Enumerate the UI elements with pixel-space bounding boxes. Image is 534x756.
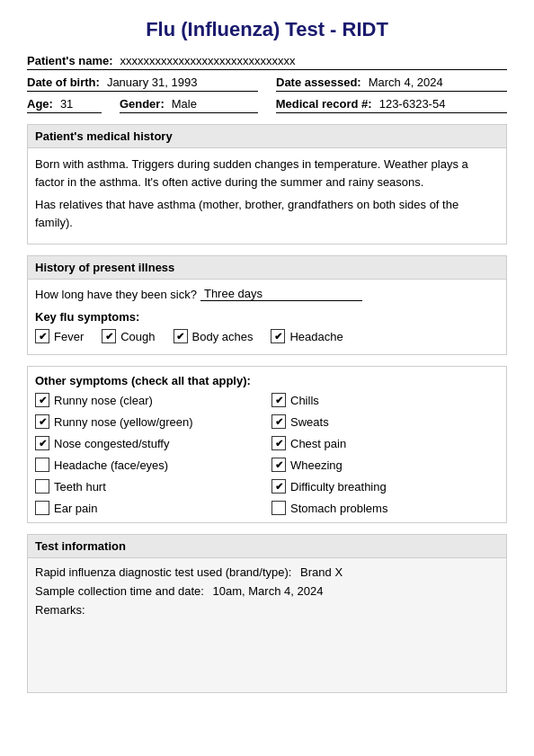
patient-name-label: Patient's name:	[27, 54, 113, 67]
medrec-group: Medical record #: 123-6323-54	[276, 97, 507, 113]
date-assessed-group: Date assessed: March 4, 2024	[276, 76, 507, 92]
other-symptom-item: Nose congested/stuffy	[35, 436, 263, 450]
checkbox-box	[102, 329, 116, 343]
key-symptom-item: Cough	[102, 329, 155, 343]
key-symptoms-row: FeverCoughBody achesHeadache	[35, 329, 499, 343]
checkbox-label: Difficulty breathing	[290, 480, 387, 494]
checkbox-box	[35, 436, 49, 450]
sample-line: Sample collection time and date: 10am, M…	[35, 584, 499, 598]
checkbox-box	[35, 458, 49, 472]
checkbox-label: Teeth hurt	[54, 480, 106, 494]
checkbox-box	[174, 329, 188, 343]
present-illness-section: History of present illness How long have…	[27, 255, 507, 355]
sick-answer: Three days	[200, 287, 362, 301]
other-symptom-item: Chills	[271, 393, 499, 407]
checkbox-box	[271, 414, 286, 429]
checkbox-label: Chills	[290, 394, 319, 407]
other-symptom-item: Stomach problems	[271, 501, 499, 515]
checkbox-box	[271, 458, 286, 472]
age-label: Age:	[27, 97, 53, 111]
remarks-line: Remarks:	[35, 603, 499, 617]
key-symptom-item: Fever	[35, 329, 84, 343]
checkbox-box	[35, 501, 49, 515]
gender-label: Gender:	[120, 97, 165, 111]
brand-value: Brand X	[300, 565, 343, 579]
checkbox-box	[271, 436, 286, 450]
other-symptoms-label: Other symptoms (check all that apply):	[35, 374, 499, 387]
sample-value: 10am, March 4, 2024	[213, 584, 324, 598]
test-info-header: Test information	[28, 535, 506, 558]
sample-label: Sample collection time and date:	[35, 584, 204, 598]
checkbox-box	[271, 393, 286, 407]
other-symptom-item: Headache (face/eyes)	[35, 458, 263, 472]
checkbox-label: Chest pain	[290, 437, 346, 450]
checkbox-box	[35, 329, 49, 343]
test-info-content: Rapid influenza diagnostic test used (br…	[28, 558, 506, 692]
gender-value: Male	[168, 97, 258, 111]
present-illness-content: How long have they been sick? Three days…	[28, 280, 506, 354]
sick-question: How long have they been sick?	[35, 288, 197, 301]
key-symptoms-label: Key flu symptoms:	[35, 310, 499, 324]
checkbox-label: Sweats	[290, 415, 329, 429]
checkbox-box	[35, 414, 49, 429]
other-symptom-item: Wheezing	[271, 458, 499, 472]
checkbox-box	[271, 329, 285, 343]
checkbox-label: Body aches	[192, 330, 254, 343]
dob-group: Date of birth: January 31, 1993	[27, 76, 258, 92]
key-symptom-item: Body aches	[174, 329, 254, 343]
gender-group: Gender: Male	[120, 97, 258, 113]
checkbox-label: Wheezing	[290, 458, 343, 472]
other-symptom-item: Runny nose (clear)	[35, 393, 263, 407]
medical-history-p2: Has relatives that have asthma (mother, …	[35, 196, 499, 231]
checkbox-label: Headache	[289, 330, 343, 343]
checkbox-box	[35, 479, 49, 494]
checkbox-label: Cough	[120, 330, 155, 343]
age-group: Age: 31	[27, 97, 102, 113]
dob-assessed-row: Date of birth: January 31, 1993 Date ass…	[27, 76, 507, 92]
medical-history-p1: Born with asthma. Triggers during sudden…	[35, 156, 499, 191]
patient-name-row: Patient's name: xxxxxxxxxxxxxxxxxxxxxxxx…	[27, 54, 507, 70]
medrec-value: 123-6323-54	[376, 97, 446, 111]
date-assessed-value: March 4, 2024	[365, 76, 443, 89]
other-symptom-item: Teeth hurt	[35, 479, 263, 494]
checkbox-label: Ear pain	[54, 502, 97, 515]
other-symptoms-grid: Runny nose (clear)ChillsRunny nose (yell…	[35, 393, 499, 515]
medical-history-section: Patient's medical history Born with asth…	[27, 124, 507, 245]
brand-line: Rapid influenza diagnostic test used (br…	[35, 565, 499, 579]
test-info-section: Test information Rapid influenza diagnos…	[27, 534, 507, 693]
checkbox-box	[35, 393, 49, 407]
key-symptom-item: Headache	[271, 329, 343, 343]
checkbox-label: Stomach problems	[290, 502, 387, 515]
medrec-label: Medical record #:	[276, 97, 372, 111]
checkbox-label: Nose congested/stuffy	[54, 437, 169, 450]
patient-name-value: xxxxxxxxxxxxxxxxxxxxxxxxxxxxxx	[117, 54, 507, 67]
other-symptoms-content: Other symptoms (check all that apply): R…	[28, 367, 506, 522]
remarks-label: Remarks:	[35, 603, 85, 617]
date-assessed-label: Date assessed:	[276, 76, 361, 89]
checkbox-box	[271, 479, 286, 494]
checkbox-label: Runny nose (clear)	[54, 394, 153, 407]
medical-history-content: Born with asthma. Triggers during sudden…	[28, 148, 506, 244]
medical-history-header: Patient's medical history	[28, 125, 506, 148]
checkbox-label: Runny nose (yellow/green)	[54, 415, 193, 429]
other-symptom-item: Runny nose (yellow/green)	[35, 414, 263, 429]
other-symptoms-section: Other symptoms (check all that apply): R…	[27, 366, 507, 523]
other-symptom-item: Difficulty breathing	[271, 479, 499, 494]
sick-duration-row: How long have they been sick? Three days	[35, 287, 499, 301]
other-symptom-item: Sweats	[271, 414, 499, 429]
page-title: Flu (Influenza) Test - RIDT	[27, 18, 507, 41]
checkbox-box	[271, 501, 286, 515]
present-illness-header: History of present illness	[28, 256, 506, 280]
other-symptom-item: Chest pain	[271, 436, 499, 450]
age-value: 31	[57, 97, 102, 111]
brand-label: Rapid influenza diagnostic test used (br…	[35, 565, 291, 579]
age-gender-medrec-row: Age: 31 Gender: Male Medical record #: 1…	[27, 97, 507, 113]
dob-label: Date of birth:	[27, 76, 100, 89]
other-symptom-item: Ear pain	[35, 501, 263, 515]
checkbox-label: Headache (face/eyes)	[54, 458, 168, 472]
checkbox-label: Fever	[54, 330, 84, 343]
remarks-box	[35, 622, 499, 685]
dob-value: January 31, 1993	[103, 76, 197, 89]
